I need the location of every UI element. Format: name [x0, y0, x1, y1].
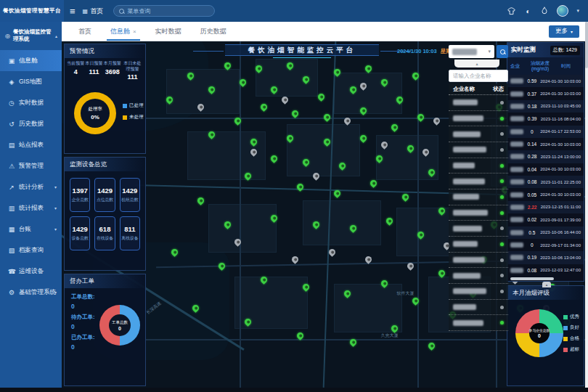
legend-swatch	[563, 315, 568, 319]
map-pin-online[interactable]	[270, 155, 279, 164]
legend-swatch	[123, 115, 127, 120]
sidebar-item-预警管理[interactable]: ⚠预警管理	[0, 155, 62, 176]
sidebar-item-实时数据[interactable]: ◷实时数据	[0, 92, 62, 113]
legend-item: 优秀	[563, 314, 579, 320]
realtime-row[interactable]: 2.222023-12-15 01:11:00	[507, 201, 584, 213]
user-avatar[interactable]	[557, 5, 568, 17]
company-row[interactable]	[449, 300, 508, 316]
realtime-row[interactable]: 02024-01-17 22:53:00	[507, 126, 584, 138]
company-type-select[interactable]: ▾	[449, 45, 494, 58]
flame-icon[interactable]	[540, 7, 549, 15]
sidebar-item-站点报表[interactable]: ▤站点报表	[0, 134, 62, 155]
company-row[interactable]	[449, 173, 508, 189]
map-pin-online[interactable]	[401, 192, 410, 202]
sidebar-item-历史数据[interactable]: ↺历史数据	[0, 113, 62, 134]
company-row[interactable]	[449, 205, 508, 221]
realtime-row[interactable]: 0.282023-11-24 13:00:00	[507, 150, 584, 163]
company-name-input[interactable]	[449, 70, 508, 82]
nav-home[interactable]: ▦ 首页	[83, 7, 104, 16]
chevron-down-icon: ▾	[54, 226, 57, 232]
sidebar-item-基础管理系统[interactable]: ⚙基础管理系统▾	[0, 282, 62, 303]
sidebar-item-档案查询[interactable]: ▧档案查询	[0, 240, 62, 261]
map-pin-online[interactable]	[197, 196, 206, 205]
legend-item: 良好	[563, 324, 579, 331]
company-row[interactable]	[449, 111, 508, 127]
legend-label: 良好	[570, 324, 579, 331]
col-company: 企业	[510, 63, 529, 70]
company-row[interactable]	[449, 268, 508, 284]
tab-首页[interactable]: 首页	[69, 22, 101, 41]
sidebar-item-GIS地图[interactable]: ◈GIS地图	[0, 71, 62, 92]
map-pin-online[interactable]	[359, 134, 368, 143]
realtime-row[interactable]: 0.082023-12-03 12:47:00	[507, 264, 584, 277]
legend-swatch	[563, 326, 568, 330]
realtime-row[interactable]: 0.52023-10-06 16:44:00	[507, 226, 584, 239]
map-pin-online[interactable]	[259, 102, 269, 112]
status-dot-offline	[500, 132, 504, 136]
concentration-value: 0.39	[524, 116, 541, 121]
realtime-row[interactable]: 0.142024-01-30 10:03:00	[507, 138, 584, 150]
realtime-row[interactable]: 0.182023-11-10 03:45:00	[507, 100, 584, 113]
realtime-column-headers: 企业 油烟浓度(mg/m3) 时间	[507, 57, 584, 75]
map-canvas[interactable]: 长深高速久光大厦软件大厦 餐饮油烟智能监控云平台 2024/1/30 10:03…	[62, 41, 585, 388]
sidebar-item-运维设备[interactable]: ☎运维设备	[0, 261, 62, 282]
tab-信息舱[interactable]: 信息舱×	[101, 22, 146, 41]
close-icon[interactable]: ×	[133, 28, 136, 35]
status-dot-offline	[500, 148, 504, 152]
realtime-row[interactable]: 0.592024-01-30 10:03:00	[507, 75, 584, 87]
realtime-row[interactable]: 0.392023-11-16 08:04:00	[507, 113, 584, 125]
realtime-row[interactable]: 0.192023-10-06 13:04:00	[507, 251, 584, 264]
app-root: 餐饮油烟管理智慧平台 ≡ ▦ 首页 菜单查询 ◐ ▾ 首页信息舱×实时数据历史数…	[0, 0, 588, 392]
tab-实时数据[interactable]: 实时数据	[146, 22, 191, 41]
company-list-collapse[interactable]: ▴	[454, 60, 499, 68]
company-row[interactable]	[449, 253, 508, 269]
realtime-row[interactable]: 0.082023-11-01 22:25:00	[507, 176, 584, 188]
sidebar-item-统计报表[interactable]: ▥统计报表▾	[0, 197, 62, 219]
map-pin-offline[interactable]	[290, 255, 300, 264]
more-button[interactable]: 更多▾	[549, 25, 579, 38]
alert-panel: 预警情况 当前预警4本日预警111本月预警3698本日未处理预警111 处理率 …	[64, 44, 146, 154]
page-scrollbar[interactable]	[585, 22, 588, 388]
panel-collapse-caret[interactable]: ▴	[542, 282, 551, 287]
reading-time: 2024-01-30 10:03:00	[540, 91, 581, 96]
scrollbar-thumb[interactable]	[510, 277, 554, 280]
map-pin-online[interactable]	[390, 123, 399, 133]
map-pin-offline[interactable]	[280, 95, 290, 105]
legend-swatch	[563, 337, 568, 341]
hamburger-menu-icon[interactable]: ≡	[70, 6, 75, 17]
sidebar-item-统计分析[interactable]: ↗统计分析▾	[0, 176, 62, 197]
scrollbar-thumb[interactable]	[585, 22, 588, 68]
company-row[interactable]	[449, 142, 508, 158]
menu-search-input[interactable]: 菜单查询	[113, 5, 215, 17]
skin-icon[interactable]	[507, 7, 515, 15]
map-pin-online[interactable]	[322, 113, 332, 122]
realtime-row[interactable]: 0.052024-01-30 10:03:00	[507, 188, 584, 200]
sidebar-item-信息舱[interactable]: ▣信息舱	[0, 50, 62, 71]
alert-stat-label: 本月预警	[104, 61, 121, 67]
map-pin-online[interactable]	[385, 216, 394, 226]
map-pin-online[interactable]	[369, 179, 379, 188]
company-row[interactable]	[449, 126, 508, 142]
company-row[interactable]	[449, 315, 508, 331]
company-row[interactable]	[449, 95, 508, 111]
concentration-value: 0	[523, 242, 540, 248]
realtime-row[interactable]: 02022-09-17 01:34:00	[507, 239, 584, 251]
sidebar-system-header[interactable]: ◎ 餐饮油烟监控管理系统 ▴	[0, 22, 62, 50]
sidebar-item-台账[interactable]: ▦台账▾	[0, 219, 62, 240]
theme-icon[interactable]: ◐	[523, 7, 532, 15]
company-row[interactable]	[449, 237, 508, 253]
map-pin-online[interactable]	[317, 92, 326, 102]
realtime-row[interactable]: 0.372024-01-30 10:03:00	[507, 87, 584, 99]
company-row[interactable]	[449, 284, 508, 300]
company-row[interactable]	[449, 221, 508, 237]
realtime-row[interactable]: 0.042024-01-30 10:03:00	[507, 163, 584, 176]
legend-item: 超标	[563, 346, 579, 353]
tab-历史数据[interactable]: 历史数据	[191, 22, 236, 41]
company-row[interactable]	[449, 189, 508, 205]
realtime-row[interactable]: 0.022023-09-01 17:39:00	[507, 213, 584, 226]
company-row[interactable]	[449, 158, 508, 174]
chevron-down-icon[interactable]: ▾	[576, 8, 579, 14]
map-pin-online[interactable]	[427, 341, 436, 351]
company-search-button[interactable]	[497, 45, 508, 58]
workorder-panel: 督办工单 工单总数:0待办工单:0已办工单:0 工单总数 0	[64, 274, 146, 386]
